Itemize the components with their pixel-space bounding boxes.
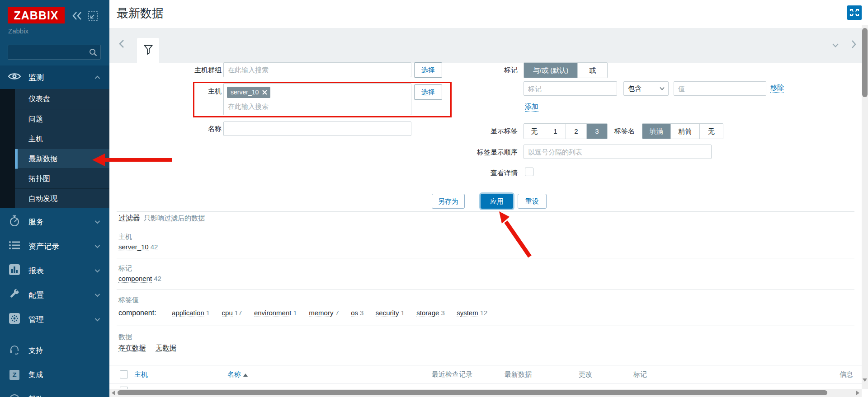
- gear-icon: [8, 313, 21, 326]
- subfilter-tagvalue-link[interactable]: security: [376, 309, 399, 317]
- name-input[interactable]: [223, 121, 411, 136]
- sidebar-item-problems[interactable]: 问题: [15, 109, 109, 129]
- sidebar-item-hosts[interactable]: 主机: [15, 129, 109, 149]
- chevron-down-icon: [94, 290, 100, 299]
- host-groups-input[interactable]: [223, 62, 411, 77]
- vertical-scrollbar[interactable]: [862, 25, 868, 389]
- apply-button[interactable]: 应用: [481, 194, 513, 209]
- eye-icon: [8, 72, 21, 83]
- summary-host-label: 主机: [118, 233, 132, 241]
- wrench-icon: [8, 289, 21, 302]
- tags-label: 标记: [485, 66, 518, 75]
- zabbix-logo[interactable]: ZABBIX: [8, 7, 65, 23]
- tag-operator-or[interactable]: 或: [577, 63, 607, 78]
- sidebar-item-help[interactable]: ? 帮助: [0, 388, 109, 397]
- tag-name-shortened[interactable]: 精简: [670, 124, 699, 139]
- tag-order-label: 标签显示顺序: [448, 148, 518, 157]
- show-tags-segment: 无 1 2 3: [524, 123, 608, 139]
- show-tags-2[interactable]: 2: [566, 124, 586, 139]
- tag-remove-link[interactable]: 移除: [770, 84, 784, 93]
- sidebar-item-configuration[interactable]: 配置: [0, 283, 109, 307]
- tag-name-input[interactable]: [524, 81, 617, 96]
- hosts-select-button[interactable]: 选择: [414, 84, 442, 100]
- tag-name-mode-label: 标签名: [602, 127, 635, 135]
- scroll-left-arrow[interactable]: [112, 391, 115, 395]
- sidebar-collapse-icon[interactable]: [71, 11, 83, 23]
- tag-name-none[interactable]: 无: [699, 124, 723, 139]
- subfilter-tagvalue-link[interactable]: os: [351, 309, 358, 317]
- column-header-tags: 标记: [633, 370, 647, 379]
- subfilter-tag-link[interactable]: component: [118, 275, 152, 283]
- subfilter-without-data-link[interactable]: 无数据: [156, 344, 176, 352]
- show-tags-none[interactable]: 无: [524, 124, 545, 139]
- subfilter-tagvalue-link[interactable]: cpu: [222, 309, 233, 317]
- chevron-left-icon[interactable]: [118, 39, 125, 51]
- chevron-down-icon: [94, 266, 100, 275]
- tag-value-input[interactable]: [674, 81, 766, 96]
- horizontal-scrollbar-thumb[interactable]: [118, 390, 827, 395]
- scroll-down-arrow[interactable]: [863, 378, 867, 382]
- sidebar-item-administration[interactable]: 管理: [0, 307, 109, 332]
- hosts-input-placeholder[interactable]: 在此输入搜索: [228, 103, 269, 111]
- question-icon: ?: [8, 394, 21, 397]
- subfilter-tagvalue-link[interactable]: storage: [416, 309, 439, 317]
- column-header-host[interactable]: 主机: [134, 370, 148, 379]
- zabbix-share-icon: Z: [8, 370, 21, 380]
- search-icon[interactable]: [89, 48, 98, 57]
- details-checkbox[interactable]: [525, 168, 533, 176]
- tag-name-full[interactable]: 填满: [642, 124, 670, 139]
- column-header-info: 信息: [808, 370, 853, 379]
- subfilter-host-link[interactable]: server_10: [118, 243, 149, 251]
- reset-button[interactable]: 重设: [518, 194, 547, 209]
- tag-add-link[interactable]: 添加: [525, 103, 538, 112]
- sidebar-item-services[interactable]: 服务: [0, 210, 109, 234]
- column-header-change: 更改: [556, 370, 592, 379]
- chevron-right-icon[interactable]: [851, 40, 856, 51]
- chevron-down-icon: [94, 315, 100, 324]
- sidebar-search-input[interactable]: [8, 45, 88, 59]
- summary-tag-values-label: 标签值: [118, 296, 139, 304]
- sidebar-item-label: 监测: [28, 72, 44, 83]
- filter-tab-strip: [109, 28, 862, 63]
- sidebar-item-dashboard[interactable]: 仪表盘: [15, 89, 109, 109]
- vertical-scrollbar-thumb[interactable]: [862, 28, 868, 97]
- sidebar-item-maps[interactable]: 拓扑图: [15, 168, 109, 188]
- sidebar-item-monitoring[interactable]: 监测: [0, 65, 109, 89]
- hosts-multiselect[interactable]: server_10 在此输入搜索: [223, 83, 411, 115]
- tag-order-input[interactable]: [524, 145, 712, 159]
- sidebar-item-latest-data[interactable]: 最新数据: [15, 149, 109, 168]
- sidebar-item-support[interactable]: 支持: [0, 340, 109, 361]
- subfilter-tagvalue-link[interactable]: system: [457, 309, 478, 317]
- sidebar: ZABBIX Zabbix 监测 仪表盘 问题 主机 最新数据 拓扑图 自动发现…: [0, 0, 109, 397]
- summary-host-row: server_1042: [118, 243, 158, 251]
- sidebar-hide-icon[interactable]: [88, 11, 98, 23]
- subfilter-tagvalue-link[interactable]: environment: [254, 309, 292, 317]
- tag-operator-and-or[interactable]: 与/或 (默认): [524, 63, 577, 78]
- host-groups-select-button[interactable]: 选择: [414, 62, 442, 78]
- subfilter-tagvalue-link[interactable]: memory: [309, 309, 333, 317]
- tab-filter[interactable]: [137, 38, 159, 63]
- main-content: 最新数据 主机群组 选择 主机 server_10 在此输入搜索 选择 名称 标: [109, 0, 862, 397]
- select-all-checkbox[interactable]: [120, 370, 128, 378]
- show-tags-1[interactable]: 1: [545, 124, 566, 139]
- host-chip[interactable]: server_10: [227, 87, 270, 98]
- save-as-button[interactable]: 另存为: [432, 194, 465, 209]
- tag-condition-select[interactable]: 包含: [623, 81, 669, 96]
- column-header-name[interactable]: 名称: [227, 370, 248, 379]
- sidebar-item-discovery[interactable]: 自动发现: [15, 188, 109, 208]
- subfilter-tagvalue-link[interactable]: application: [172, 309, 204, 317]
- summary-tag-row: component42: [118, 275, 161, 283]
- kiosk-mode-button[interactable]: [847, 5, 862, 20]
- remove-chip-icon[interactable]: [262, 90, 267, 95]
- headset-icon: [8, 345, 21, 356]
- tag-values-prefix: component:: [118, 309, 156, 317]
- sidebar-item-integrations[interactable]: Z 集成: [0, 364, 109, 386]
- sidebar-item-inventory[interactable]: 资产记录: [0, 234, 109, 258]
- summary-tag-values-row: component: application1 cpu17 environmen…: [118, 309, 842, 317]
- subfilter-with-data-link[interactable]: 存在数据: [118, 344, 146, 352]
- collapse-filter-icon[interactable]: [832, 42, 839, 50]
- monitoring-submenu: 仪表盘 问题 主机 最新数据 拓扑图 自动发现: [0, 89, 109, 208]
- horizontal-scrollbar[interactable]: [109, 389, 862, 397]
- sidebar-item-reports[interactable]: 报表: [0, 258, 109, 283]
- scroll-right-arrow[interactable]: [856, 391, 859, 395]
